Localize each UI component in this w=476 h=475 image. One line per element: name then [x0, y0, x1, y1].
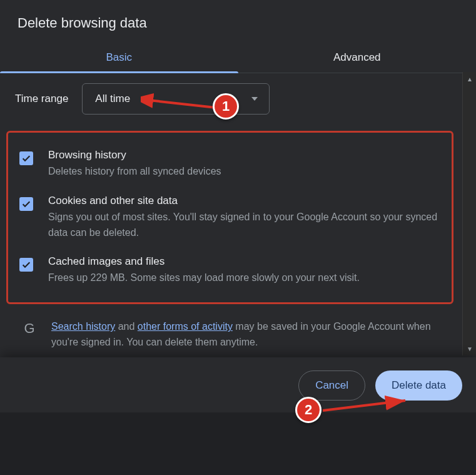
option-desc: Signs you out of most sites. You'll stay… — [48, 210, 440, 241]
scrollbar[interactable]: ▲ ▼ — [462, 72, 476, 355]
scrollbar-up-icon[interactable]: ▲ — [463, 72, 476, 86]
checkbox-cookies[interactable] — [19, 197, 33, 211]
option-cached: Cached images and files Frees up 229 MB.… — [16, 248, 444, 294]
checkmark-icon — [21, 260, 31, 270]
checkmark-icon — [21, 153, 31, 163]
option-title: Cached images and files — [48, 255, 440, 268]
scrollbar-down-icon[interactable]: ▼ — [463, 342, 476, 355]
option-browsing-history: Browsing history Deletes history from al… — [16, 141, 444, 187]
tab-basic[interactable]: Basic — [0, 44, 238, 73]
tab-bar: Basic Advanced — [0, 44, 476, 73]
link-other-activity[interactable]: other forms of activity — [138, 321, 233, 332]
time-range-value: All time — [95, 93, 130, 105]
option-desc: Deletes history from all synced devices — [48, 164, 440, 180]
google-account-info: G Search history and other forms of acti… — [15, 315, 450, 350]
option-cookies: Cookies and other site data Signs you ou… — [16, 187, 444, 248]
option-title: Browsing history — [48, 149, 440, 161]
svg-line-1 — [323, 401, 405, 411]
info-text: Search history and other forms of activi… — [51, 319, 445, 350]
annotation-arrow-2 — [318, 393, 418, 418]
checkbox-cached[interactable] — [19, 258, 33, 272]
checkbox-browsing-history[interactable] — [19, 151, 33, 165]
annotation-highlight-box: Browsing history Deletes history from al… — [6, 131, 453, 304]
option-text: Browsing history Deletes history from al… — [48, 149, 440, 180]
google-g-icon: G — [21, 320, 38, 337]
option-text: Cached images and files Frees up 229 MB.… — [48, 255, 440, 286]
annotation-marker-2: 2 — [295, 397, 322, 423]
link-search-history[interactable]: Search history — [51, 321, 115, 332]
option-title: Cookies and other site data — [48, 195, 440, 207]
checkmark-icon — [21, 199, 31, 209]
tab-advanced[interactable]: Advanced — [238, 44, 477, 73]
delete-browsing-data-dialog: Delete browsing data Basic Advanced Time… — [0, 0, 476, 475]
option-text: Cookies and other site data Signs you ou… — [48, 195, 440, 241]
annotation-marker-1: 1 — [213, 93, 239, 120]
svg-line-0 — [148, 100, 216, 108]
backdrop — [0, 412, 476, 475]
dialog-title: Delete browsing data — [0, 0, 476, 44]
time-range-label: Time range — [15, 93, 68, 105]
annotation-arrow-1 — [141, 93, 222, 118]
dropdown-caret-icon — [251, 97, 258, 101]
option-desc: Frees up 229 MB. Some sites may load mor… — [48, 270, 440, 286]
